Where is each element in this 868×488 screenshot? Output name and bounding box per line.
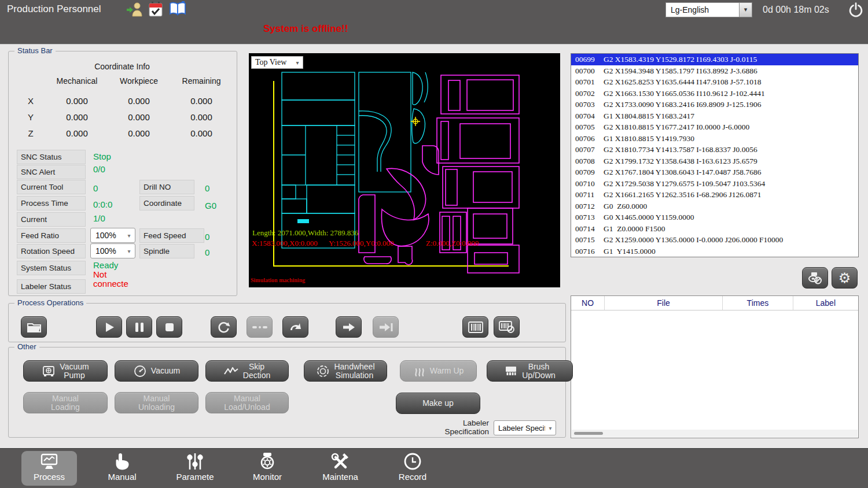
current-tool-label: Current Tool	[17, 180, 86, 194]
manual-loadunload-button[interactable]: Manual Load/Unload	[205, 392, 289, 413]
nav-manual[interactable]: Manual	[94, 451, 150, 486]
cad-viewer[interactable]: Top View ▾	[249, 53, 560, 287]
gcode-line[interactable]: 00713G0 X1465.0000 Y1159.0000	[571, 212, 858, 223]
z-remaining: 0.000	[170, 128, 233, 138]
gcode-line[interactable]: 00710G2 X1729.5038 Y1279.6575 I-109.5047…	[571, 178, 858, 190]
arrow-right-icon	[342, 322, 356, 332]
gcode-line[interactable]: 00712G0 Z60.0000	[571, 201, 858, 212]
coordinate-label: Coordinate	[139, 196, 194, 210]
col-no[interactable]: NO	[571, 296, 605, 310]
restart-button[interactable]	[211, 316, 237, 338]
chevron-down-icon[interactable]: ▾	[739, 3, 752, 17]
user-switch-icon[interactable]	[126, 1, 144, 20]
gauge-icon	[133, 364, 147, 378]
gcode-line[interactable]: 00707G2 X1810.7734 Y1413.7587 I-168.8337…	[571, 144, 858, 156]
rotation-speed-select[interactable]: 100% ▾	[90, 243, 135, 258]
feed-ratio-label: Feed Ratio	[17, 228, 86, 243]
col-times[interactable]: Times	[723, 296, 793, 310]
step-back-button[interactable]	[282, 316, 308, 338]
log-book-icon[interactable]	[169, 1, 186, 19]
settings-button[interactable]: ⚙	[832, 267, 858, 289]
manual-unloading-button[interactable]: Manual Unloading	[115, 392, 198, 413]
nav-monitor[interactable]: Monitor	[240, 451, 295, 486]
gcode-list[interactable]: 00699G2 X1583.4319 Y1529.8172 I169.4303 …	[571, 53, 859, 257]
language-select[interactable]: Lg-English ▾	[665, 2, 752, 17]
gcode-line[interactable]: 00709G2 X1767.1804 Y1308.6043 I-147.0487…	[571, 167, 858, 178]
col-label[interactable]: Label	[793, 296, 858, 310]
step-mode-button[interactable]	[247, 316, 273, 338]
simulation-status: Simulation machining	[251, 277, 305, 283]
camera-icon	[258, 451, 277, 471]
nav-process[interactable]: Process	[21, 451, 77, 486]
snc-status-label: SNC Status	[17, 150, 86, 164]
brush-updown-button[interactable]: Brush Up/Down	[487, 360, 573, 382]
nav-record[interactable]: Record	[385, 451, 440, 486]
warm-up-button[interactable]: Warm Up	[400, 360, 477, 382]
skip-dection-button[interactable]: Skip Dection	[205, 360, 289, 382]
arrow-to-end-icon	[378, 322, 393, 332]
gcode-line[interactable]: 00715G2 X1259.0000 Y1365.0000 I-0.0000 J…	[571, 234, 858, 246]
barcode-disable-button[interactable]	[494, 316, 520, 338]
nav-maintena-label: Maintena	[322, 472, 358, 482]
gcode-line[interactable]: 00711G2 X1661.2165 Y1262.3516 I-68.2906 …	[571, 189, 858, 201]
manual-unloading-label: Manual Unloading	[138, 394, 175, 412]
skip-to-end-button[interactable]	[373, 316, 399, 338]
chevron-down-icon: ▾	[545, 425, 556, 431]
page-title: Production Personnel	[7, 3, 101, 15]
view-mode-select[interactable]: Top View ▾	[251, 56, 303, 69]
gcode-line[interactable]: 00701G2 X1625.8253 Y1635.6444 I147.9108 …	[571, 76, 858, 88]
chevron-down-icon: ▾	[292, 60, 303, 66]
vacuum-button[interactable]: Vacuum	[115, 360, 198, 382]
horizontal-scrollbar[interactable]	[572, 430, 858, 437]
labeler-spec-label: Labeler Specification	[408, 419, 489, 436]
calendar-check-icon[interactable]	[148, 2, 163, 20]
barcode-button[interactable]	[462, 316, 488, 338]
x-workpiece: 0.000	[107, 96, 171, 106]
app-window: Production Personnel System is off	[0, 0, 868, 488]
col-file[interactable]: File	[605, 296, 723, 310]
gcode-line[interactable]: 00708G2 X1799.1732 Y1358.6438 I-163.6123…	[571, 156, 858, 167]
gcode-line[interactable]: 00700G2 X1594.3948 Y1585.1797 I163.8992 …	[571, 65, 858, 77]
nav-paramete[interactable]: Paramete	[167, 451, 223, 486]
system-status-value: Ready	[93, 260, 118, 270]
vacuum-pump-button[interactable]: Vacuum Pump	[23, 360, 108, 382]
axis-x: X	[25, 96, 36, 106]
warm-up-label: Warm Up	[430, 367, 464, 375]
scrollbar-thumb[interactable]	[574, 432, 603, 435]
file-table[interactable]: NO File Times Label	[571, 295, 859, 438]
z-workpiece: 0.000	[107, 128, 171, 138]
gcode-line[interactable]: 00703G2 X1733.0090 Y1683.2416 I69.8909 J…	[571, 99, 858, 110]
nav-record-label: Record	[399, 472, 426, 482]
coordinate-value: G0	[205, 201, 216, 210]
handwheel-simulation-button[interactable]: Handwheel Simulation	[304, 360, 387, 382]
gcode-line[interactable]: 00702G2 X1663.1530 Y1665.0536 I110.9612 …	[571, 88, 858, 99]
nav-maintena[interactable]: Maintena	[312, 451, 368, 486]
stop-button[interactable]	[156, 316, 182, 338]
step-forward-button[interactable]	[336, 316, 362, 338]
feed-ratio-value: 100%	[91, 231, 123, 240]
gcode-line[interactable]: 00706G1 X1810.8815 Y1419.7930	[571, 133, 858, 145]
make-up-button[interactable]: Make up	[396, 393, 480, 414]
gcode-line[interactable]: 00705G2 X1810.8815 Y1677.2417 I0.0000 J-…	[571, 121, 858, 133]
start-button[interactable]	[96, 316, 122, 338]
gcode-line[interactable]: 00704G1 X1804.8815 Y1683.2417	[571, 110, 858, 122]
gcode-line[interactable]: 00699G2 X1583.4319 Y1529.8172 I169.4303 …	[571, 54, 858, 65]
nav-manual-label: Manual	[108, 472, 136, 482]
col-mechanical: Mechanical	[45, 76, 109, 86]
pause-icon	[134, 321, 145, 333]
gcode-line[interactable]: 00714G1 Z0.0000 F1500	[571, 223, 858, 235]
barcode-icon	[468, 321, 483, 333]
manual-loading-button[interactable]: Manual Loading	[23, 392, 108, 413]
gcode-line[interactable]: 00716G1 Y1415.0000	[571, 246, 858, 257]
vacuum-label: Vacuum	[151, 367, 180, 375]
labeler-spec-select[interactable]: Labeler Specification ▾	[494, 420, 556, 435]
clock-icon	[403, 451, 422, 471]
y-workpiece: 0.000	[107, 112, 171, 122]
power-icon[interactable]	[847, 2, 865, 19]
open-file-button[interactable]	[21, 316, 47, 338]
feed-ratio-select[interactable]: 100% ▾	[90, 228, 135, 243]
pause-button[interactable]	[126, 316, 152, 338]
current-value: 1/0	[93, 213, 105, 223]
manual-loadunload-label: Manual Load/Unload	[224, 394, 270, 412]
print-disable-button[interactable]	[802, 267, 828, 289]
